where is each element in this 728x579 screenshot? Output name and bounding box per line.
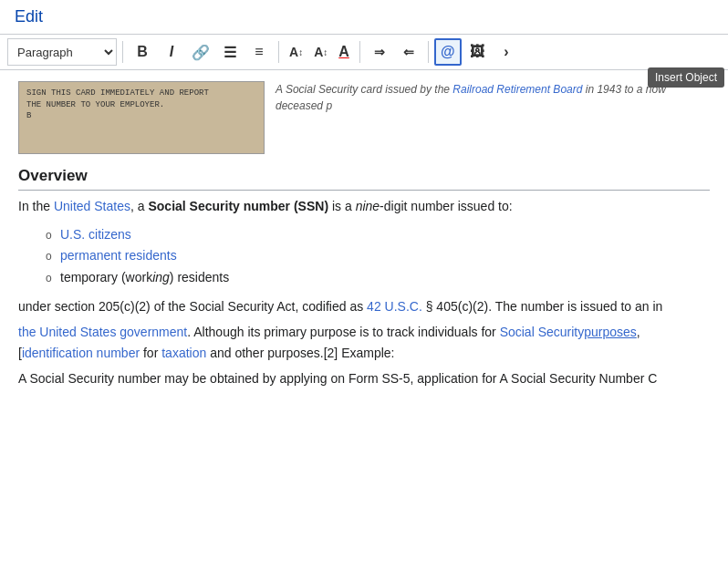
link-button[interactable]: 🔗 [187, 38, 214, 66]
overview-heading: Overview [18, 163, 710, 191]
bold-ssn: Social Security number (SSN) [148, 199, 328, 213]
body-paragraph-3: A Social Security number may be obtained… [18, 368, 710, 388]
bp1-text1: under section 205(c)(2) of the Social Se… [18, 299, 367, 314]
caption-text: A Social Security card issued by the Rai… [276, 81, 710, 114]
text-size2-button[interactable]: A↕ [309, 38, 332, 66]
link-us-government[interactable]: the United States government [18, 325, 187, 339]
list-item-temporary: temporary (working) residents [46, 267, 710, 289]
temp-suffix: ) residents [170, 270, 229, 284]
intro-prefix: In the [18, 199, 54, 213]
link-us-citizens[interactable]: U.S. citizens [60, 227, 131, 242]
toolbar-separator-3 [359, 41, 360, 63]
link-social-security[interactable]: Social Security [500, 325, 585, 339]
paragraph-select[interactable]: Paragraph [7, 38, 117, 66]
caption-link[interactable]: Railroad Retirement Board [452, 83, 582, 96]
image-line-2: THE NUMBER TO YOUR EMPLOYER. [26, 99, 256, 111]
text-size-button[interactable]: A↕ [285, 38, 307, 66]
insert-object-button[interactable]: @ [434, 38, 462, 66]
list-item-citizens: U.S. citizens [46, 224, 710, 246]
body-paragraph-1: under section 205(c)(2) of the Social Se… [18, 296, 710, 316]
indent-more-button[interactable]: ⇒ [366, 38, 393, 66]
temp-italic: ing [152, 270, 170, 284]
toolbar: Paragraph B I 🔗 ☰ ≡ A↕ A↕ A ⇒ ⇐ @ 🖼 › In… [0, 34, 728, 70]
link-taxation[interactable]: taxation [161, 346, 206, 360]
link-permanent-residents[interactable]: permanent residents [60, 248, 177, 263]
intro-middle: , a [130, 199, 148, 213]
bp2-text4: and other purposes.[2] Example: [206, 346, 394, 360]
temp-prefix: temporary (work [60, 270, 152, 284]
font-color-button[interactable]: A [334, 38, 354, 66]
bullet-list-button[interactable]: ☰ [216, 38, 244, 66]
image-line-1: SIGN THIS CARD IMMEDIATELY AND REPORT [26, 88, 256, 99]
link-id-number[interactable]: identification number [22, 346, 140, 360]
list-item-permanent: permanent residents [46, 245, 710, 267]
insert-object-tooltip: Insert Object [648, 67, 724, 88]
bold-button[interactable]: B [129, 38, 156, 66]
page-title: Edit [0, 0, 728, 34]
link-42-usc[interactable]: 42 U.S.C. [367, 299, 422, 314]
italic-nine: nine [356, 199, 380, 213]
ss-card-image: SIGN THIS CARD IMMEDIATELY AND REPORT TH… [18, 81, 265, 154]
editor-container: Edit Paragraph B I 🔗 ☰ ≡ A↕ A↕ A ⇒ ⇐ @ 🖼… [0, 0, 728, 579]
image-line-3: B [26, 110, 256, 122]
body-paragraph-2: the United States government. Although i… [18, 322, 710, 363]
more-button[interactable]: › [493, 38, 520, 66]
link-purposes[interactable]: purposes [584, 325, 637, 339]
intro-paragraph: In the United States, a Social Security … [18, 196, 710, 216]
citizens-list: U.S. citizens permanent residents tempor… [46, 224, 710, 289]
bp3-text: A Social Security number may be obtained… [18, 371, 657, 386]
insert-image-button[interactable]: 🖼 [463, 38, 491, 66]
toolbar-separator-2 [278, 41, 279, 63]
indent-less-button[interactable]: ⇐ [395, 38, 422, 66]
toolbar-separator-1 [122, 41, 123, 63]
link-united-states[interactable]: United States [54, 199, 130, 213]
content-area: SIGN THIS CARD IMMEDIATELY AND REPORT TH… [0, 70, 728, 579]
numbered-list-button[interactable]: ≡ [245, 38, 273, 66]
intro-suffix: is a [328, 199, 356, 213]
toolbar-separator-4 [428, 41, 429, 63]
italic-button[interactable]: I [158, 38, 185, 66]
bp1-text2: § 405(c)(2). The number is issued to an … [422, 299, 663, 314]
caption-prefix: A Social Security card issued by the [276, 83, 452, 96]
bp2-text3: for [140, 346, 161, 360]
bp2-text1: . Although its primary purpose is to tra… [187, 325, 499, 339]
intro-suffix2: -digit number issued to: [380, 199, 513, 213]
caption-area: SIGN THIS CARD IMMEDIATELY AND REPORT TH… [18, 81, 710, 154]
